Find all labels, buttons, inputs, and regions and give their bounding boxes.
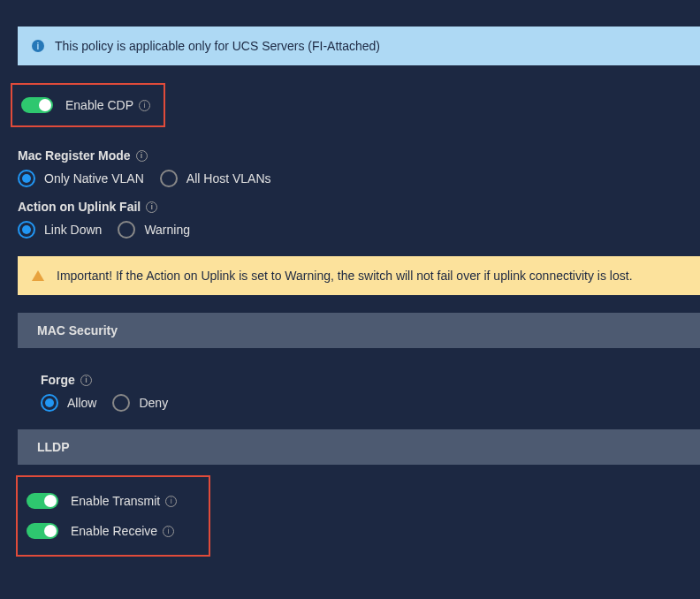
radio-label: All Host VLANs [186, 171, 271, 186]
enable-receive-label: Enable Receive [71, 524, 157, 538]
radio-warning[interactable]: Warning [118, 221, 190, 239]
radio-only-native-vlan[interactable]: Only Native VLAN [18, 170, 144, 187]
action-on-uplink-fail-label: Action on Uplink Fail i [18, 200, 700, 214]
forge-group: Allow Deny [41, 394, 700, 412]
mac-register-mode-text: Mac Register Mode [18, 148, 131, 163]
info-banner: i This policy is applicable only for UCS… [18, 27, 700, 65]
action-on-uplink-fail-text: Action on Uplink Fail [18, 200, 141, 214]
radio-icon [160, 170, 178, 187]
mac-register-mode-label: Mac Register Mode i [18, 148, 700, 163]
radio-allow[interactable]: Allow [41, 394, 96, 412]
mac-register-mode-group: Only Native VLAN All Host VLANs [18, 170, 700, 187]
radio-icon [112, 394, 130, 412]
forge-label: Forge i [41, 373, 700, 387]
radio-icon [18, 221, 35, 239]
enable-transmit-label: Enable Transmit [71, 494, 160, 508]
info-circle-icon[interactable]: i [165, 496, 177, 507]
radio-icon [41, 394, 58, 412]
toggle-knob [44, 495, 57, 507]
enable-cdp-toggle[interactable] [21, 97, 53, 113]
enable-cdp-label: Enable CDP [65, 98, 133, 112]
radio-label: Allow [67, 396, 96, 410]
info-circle-icon[interactable]: i [136, 150, 148, 162]
info-circle-icon[interactable]: i [80, 375, 92, 386]
enable-receive-label-wrap: Enable Receive i [71, 524, 174, 538]
forge-text: Forge [41, 373, 75, 387]
radio-all-host-vlans[interactable]: All Host VLANs [160, 170, 271, 187]
radio-icon [18, 170, 35, 187]
toggle-knob [44, 525, 57, 537]
info-icon: i [32, 40, 44, 52]
radio-link-down[interactable]: Link Down [18, 221, 102, 239]
radio-label: Deny [139, 396, 168, 410]
warning-banner-text: Important! If the Action on Uplink is se… [57, 269, 633, 283]
toggle-knob [39, 99, 51, 111]
enable-transmit-row: Enable Transmit i [27, 486, 200, 516]
enable-receive-toggle[interactable] [27, 523, 58, 539]
info-circle-icon[interactable]: i [146, 201, 157, 213]
warning-icon [32, 270, 44, 281]
enable-receive-row: Enable Receive i [27, 516, 200, 546]
info-circle-icon[interactable]: i [163, 526, 174, 537]
radio-label: Only Native VLAN [44, 171, 144, 186]
mac-security-header: MAC Security [18, 313, 700, 348]
lldp-highlight: Enable Transmit i Enable Receive i [16, 475, 210, 557]
action-on-uplink-fail-group: Link Down Warning [18, 221, 700, 239]
lldp-header: LLDP [18, 429, 700, 465]
radio-deny[interactable]: Deny [112, 394, 168, 412]
enable-transmit-toggle[interactable] [27, 493, 58, 509]
info-circle-icon[interactable]: i [139, 100, 150, 111]
radio-label: Link Down [44, 223, 102, 237]
info-banner-text: This policy is applicable only for UCS S… [55, 39, 380, 53]
enable-cdp-highlight: Enable CDP i [11, 83, 165, 127]
enable-transmit-label-wrap: Enable Transmit i [71, 494, 177, 508]
enable-cdp-label-wrap: Enable CDP i [65, 98, 150, 112]
warning-banner: Important! If the Action on Uplink is se… [18, 256, 700, 295]
radio-label: Warning [144, 223, 190, 237]
radio-icon [118, 221, 135, 239]
